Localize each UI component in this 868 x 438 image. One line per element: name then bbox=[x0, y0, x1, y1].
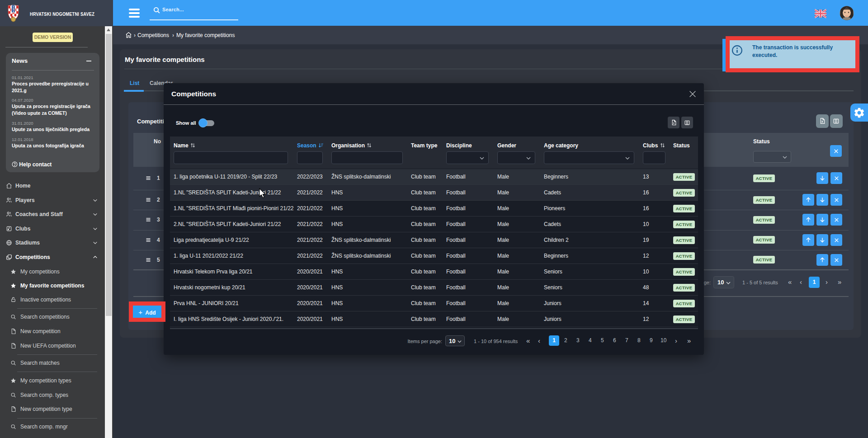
svg-text:S: S bbox=[13, 10, 14, 13]
